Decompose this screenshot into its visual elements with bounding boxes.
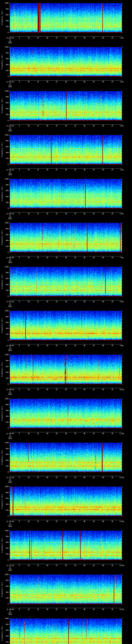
x-tick-label: 50 — [100, 125, 106, 127]
y-tick-label: 600 — [2, 234, 8, 236]
x-tick-label: 20 — [45, 37, 50, 39]
y-minor-tick — [122, 6, 122, 6]
x-tick-label: 20 — [45, 257, 50, 259]
y-minor-tick — [122, 578, 122, 578]
x-tick-label: 15 — [36, 125, 40, 127]
y-tick-label: 400 — [2, 20, 8, 22]
y-tick-label: 800 — [2, 316, 8, 318]
x-tick-label: 30 — [63, 433, 68, 434]
y-tick-label: 0 — [2, 427, 8, 429]
y-major-tick — [9, 15, 10, 15]
y-minor-tick — [9, 583, 10, 584]
y-minor-tick — [122, 513, 122, 513]
y-major-tick — [122, 267, 123, 267]
x-tick-label: 55 — [110, 169, 115, 171]
y-major-tick — [122, 416, 123, 416]
x-tick-label: 45 — [91, 37, 96, 39]
x-tick-label: 50 — [100, 169, 106, 171]
x-tick-label: 10 — [26, 125, 31, 127]
y-minor-tick — [9, 293, 10, 294]
y-tick-label: 0 — [2, 515, 8, 517]
x-tick-label: 55 — [110, 81, 115, 83]
spectrogram-panel: Frequency (Hz) 02004006008001000 15:14:0… — [0, 572, 132, 616]
x-tick-label: 25 — [54, 521, 59, 522]
x-tick-label: 50 — [100, 345, 106, 346]
x-tick-label: 30 — [63, 257, 68, 259]
y-minor-tick — [9, 545, 10, 546]
x-tick-label: 5 — [17, 81, 22, 83]
y-tick-label: 600 — [2, 102, 8, 104]
date-month: Jul — [4, 568, 16, 570]
x-tick-label: 35 — [72, 301, 78, 303]
x-tick-label: 40 — [82, 345, 87, 346]
y-major-tick — [122, 284, 123, 285]
y-tick-label: 400 — [2, 328, 8, 329]
spectrogram-panel: Frequency (Hz) 02004006008001000 15:01:0… — [0, 0, 132, 44]
x-tick-label: 55 — [110, 37, 115, 39]
x-tick-label: 35 — [72, 521, 78, 522]
y-minor-tick — [122, 320, 122, 320]
y-tick-label: 1000 — [2, 266, 8, 268]
x-tick-label: 50 — [100, 301, 106, 303]
y-major-tick — [9, 311, 10, 311]
y-tick-label: 1000 — [2, 2, 8, 4]
x-tick-label: 40 — [82, 37, 87, 39]
y-minor-tick — [9, 402, 10, 402]
y-major-tick — [9, 598, 10, 598]
y-major-tick — [9, 91, 10, 91]
x-tick-label: 55 — [110, 345, 115, 346]
x-tick-label: 15 — [36, 345, 40, 346]
y-tick-label: 200 — [2, 509, 8, 511]
x-tick-label: 25 — [54, 125, 59, 127]
y-tick-label: 800 — [2, 8, 8, 10]
y-tick-label: 200 — [2, 246, 8, 247]
y-minor-tick — [9, 226, 10, 226]
x-tick-label: 15 — [36, 521, 40, 522]
y-minor-tick — [9, 463, 10, 464]
x-tick-label: 45 — [91, 433, 96, 434]
y-major-tick — [122, 472, 123, 472]
y-major-tick — [9, 486, 10, 487]
y-tick-label: 400 — [2, 240, 8, 241]
spectrogram-canvas — [10, 486, 122, 516]
x-tick-label: 45 — [91, 389, 96, 390]
y-minor-tick — [122, 314, 122, 314]
y-major-tick — [122, 70, 123, 71]
x-tick-label: 40 — [82, 257, 87, 259]
x-end-time-label: 5:00 — [117, 169, 126, 171]
y-tick-label: 600 — [2, 410, 8, 412]
x-tick-label: 40 — [82, 433, 87, 434]
spectrogram-panel: Frequency (Hz) 02004006008001000 15:04:0… — [0, 132, 132, 176]
x-tick-label: 55 — [110, 125, 115, 127]
spectrogram-canvas — [10, 399, 122, 428]
x-tick-label: 35 — [72, 37, 78, 39]
spectrogram-panel: Frequency (Hz) 02004006008001000 15:08:0… — [0, 308, 132, 352]
y-tick-label: 1000 — [2, 46, 8, 48]
y-major-tick — [9, 472, 10, 472]
y-minor-tick — [122, 205, 122, 206]
x-tick-label: 15 — [36, 565, 40, 566]
y-tick-label: 200 — [2, 421, 8, 423]
date-year: 2016 — [4, 130, 16, 132]
x-tick-label: 55 — [110, 609, 115, 610]
spectrogram-canvas — [10, 3, 122, 32]
date-year: 2016 — [4, 482, 16, 483]
y-minor-tick — [122, 402, 122, 402]
y-tick-label: 600 — [2, 629, 8, 631]
y-tick-label: 1000 — [2, 530, 8, 532]
y-major-tick — [122, 322, 123, 323]
date-day: 8 — [4, 566, 16, 568]
y-tick-label: 600 — [2, 14, 8, 16]
x-tick-label: 25 — [54, 345, 59, 346]
x-tick-label: 5 — [17, 345, 22, 346]
x-tick-label: 35 — [72, 433, 78, 434]
y-major-tick — [122, 492, 123, 493]
spectrogram-panel: Frequency (Hz) 02004006008001000 15:09:0… — [0, 352, 132, 396]
y-tick-label: 0 — [2, 559, 8, 561]
x-tick-label: 50 — [100, 213, 106, 215]
y-major-tick — [122, 378, 123, 378]
date-day: 8 — [4, 434, 16, 436]
x-tick-label: 25 — [54, 37, 59, 39]
y-axis-title: Frequency (Hz) — [1, 618, 3, 644]
date-month: Jul — [4, 128, 16, 130]
